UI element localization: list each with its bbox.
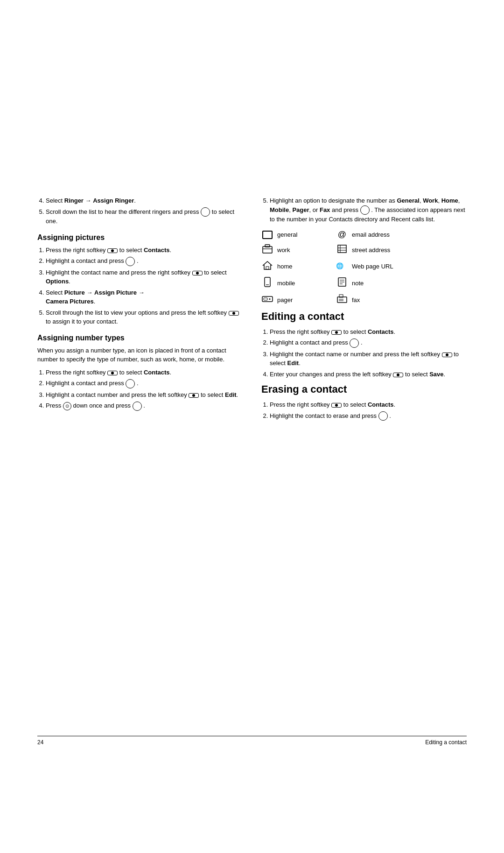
icon-cell-home: home (261, 261, 336, 272)
fax-label: Fax (320, 206, 330, 213)
svg-marker-7 (263, 261, 272, 269)
left-column: Select Ringer → Assign Ringer. Scroll do… (37, 196, 243, 424)
svg-rect-10 (265, 277, 270, 287)
email-icon-label: email address (352, 231, 390, 238)
ap-step-1: Press the right softkey to select Contac… (46, 246, 243, 255)
edit-label-ec3: Edit (287, 360, 299, 367)
dot-ant1 (111, 372, 114, 374)
ringer-label: Ringer (64, 197, 84, 204)
save-label-ec4: Save (429, 371, 443, 378)
mobile-icon-svg (264, 277, 271, 287)
main-content: Select Ringer → Assign Ringer. Scroll do… (37, 196, 467, 424)
contacts-label-era1: Contacts (368, 401, 394, 408)
editing-contact-title: Editing a contact (261, 310, 467, 323)
icons-table: general @ email address (261, 230, 467, 306)
number-type-step5-list: Highlight an option to designate the num… (261, 196, 467, 224)
camera-pictures-label: Camera Pictures (46, 298, 94, 305)
pager-icon (261, 295, 273, 305)
intro-step-5: Scroll down the list to hear the differe… (46, 207, 243, 226)
page: Select Ringer → Assign Ringer. Scroll do… (0, 0, 504, 853)
ant-step-4: Press ⊙ down once and press . (46, 401, 243, 411)
svg-rect-17 (264, 298, 267, 300)
dot-ec3 (446, 353, 448, 356)
svg-point-18 (269, 298, 271, 300)
work-icon-svg (262, 244, 273, 254)
fax-icon-label: fax (352, 296, 360, 303)
softkey-btn-ap5 (229, 311, 239, 316)
general-icon-label: general (277, 231, 297, 238)
softkey-btn-ec1 (331, 330, 342, 335)
svg-rect-3 (338, 245, 346, 253)
icon-cell-email: @ email address (336, 230, 411, 240)
contacts-label-ec1: Contacts (368, 328, 394, 335)
ant-step-1: Press the right softkey to select Contac… (46, 368, 243, 377)
note-icon-svg (337, 277, 347, 287)
assign-ringer-label: Assign Ringer (93, 197, 134, 204)
erasing-contact-title: Erasing a contact (261, 383, 467, 395)
pager-label: Pager (292, 206, 309, 213)
ap-step-2: Highlight a contact and press . (46, 256, 243, 266)
general-label: General (397, 197, 419, 204)
svg-text:🌐: 🌐 (336, 262, 344, 270)
icon-row-2: work street address (261, 244, 467, 256)
fax-icon-svg (337, 294, 347, 303)
assign-picture-label: Assign Picture (94, 289, 137, 296)
circle-ant2 (126, 379, 135, 388)
ec-step-1: Press the right softkey to select Contac… (270, 327, 467, 337)
circle-nt5 (360, 205, 370, 215)
icon-cell-web: 🌐 Web page URL (336, 261, 411, 271)
home-icon-svg (262, 261, 273, 270)
icon-row-5: pager fax (261, 294, 467, 306)
svg-rect-19 (337, 297, 347, 303)
assigning-number-types-steps: Press the right softkey to select Contac… (37, 368, 243, 411)
general-icon (261, 230, 273, 240)
circle-era2 (378, 411, 388, 421)
fax-icon (336, 294, 348, 306)
editing-contact-steps: Press the right softkey to select Contac… (261, 327, 467, 379)
assigning-pictures-steps: Press the right softkey to select Contac… (37, 246, 243, 326)
ant-step-3: Highlight a contact number and press the… (46, 390, 243, 400)
mobile-label: Mobile (270, 206, 289, 213)
icon-cell-street: street address (336, 244, 411, 256)
circle-ap2 (126, 257, 135, 266)
web-icon: 🌐 (336, 261, 348, 271)
icon-row-1: general @ email address (261, 230, 467, 240)
web-icon-label: Web page URL (352, 263, 393, 270)
circle-ant4 (133, 402, 142, 411)
street-icon-svg (337, 244, 347, 254)
ap-step-5: Scroll through the list to view your opt… (46, 308, 243, 326)
assigning-number-types-intro: When you assign a number type, an icon i… (37, 346, 243, 364)
dot-era1 (335, 404, 338, 407)
softkey-btn-ant3 (189, 393, 199, 398)
dot-ap5 (232, 312, 235, 315)
assigning-pictures-title: Assigning pictures (37, 233, 243, 242)
footer-page-number: 24 (37, 739, 43, 746)
web-icon-svg: 🌐 (336, 261, 348, 270)
intro-step-4: Select Ringer → Assign Ringer. (46, 196, 243, 205)
circle-ec2 (350, 338, 359, 348)
home-icon (261, 261, 273, 272)
era-step-1: Press the right softkey to select Contac… (270, 400, 467, 409)
home-icon-label: home (277, 263, 293, 270)
intro-steps: Select Ringer → Assign Ringer. Scroll do… (37, 196, 243, 226)
options-label: Options (46, 278, 69, 285)
softkey-btn-ap1 (107, 248, 118, 253)
softkey-btn-era1 (331, 403, 342, 408)
dot-ec4 (397, 374, 399, 376)
street-icon (336, 244, 348, 256)
svg-rect-8 (266, 267, 269, 269)
nt-step-5: Highlight an option to designate the num… (270, 196, 467, 224)
footer-section-title: Editing a contact (425, 739, 467, 746)
contacts-label-ant1: Contacts (144, 369, 170, 376)
select-circle-icon (201, 207, 210, 217)
icon-cell-general: general (261, 230, 336, 240)
dot-ec1 (335, 331, 338, 334)
dot-ap3 (196, 272, 199, 275)
pager-icon-label: pager (277, 296, 293, 303)
ap-step-4: Select Picture → Assign Picture → Camera… (46, 288, 243, 306)
icon-cell-work: work (261, 244, 336, 256)
work-icon-label: work (277, 247, 290, 254)
softkey-btn-ec3 (442, 352, 452, 357)
contacts-label-ap1: Contacts (144, 247, 170, 254)
assigning-number-types-title: Assigning number types (37, 334, 243, 342)
